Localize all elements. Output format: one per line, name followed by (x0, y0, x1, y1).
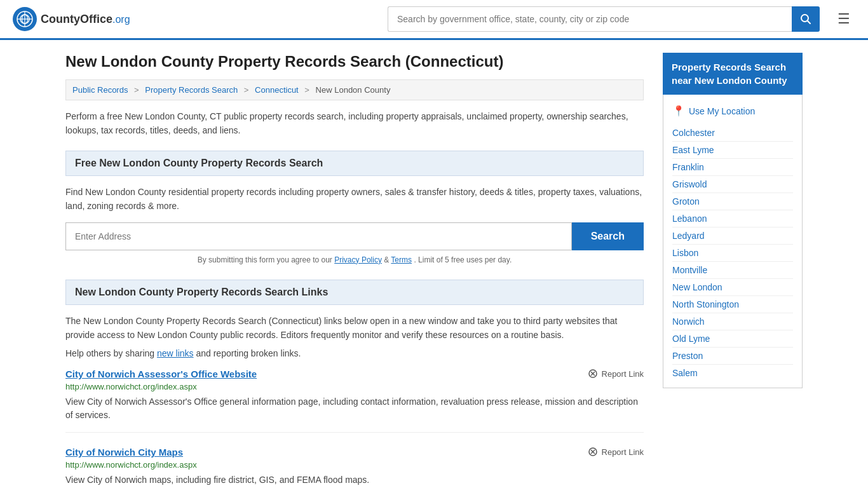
privacy-policy-link[interactable]: Privacy Policy (334, 255, 382, 264)
link-item-header-1: City of Norwich Assessor's Office Websit… (65, 369, 644, 379)
help-prefix: Help others by sharing (65, 348, 154, 358)
disclaimer-limit: . Limit of 5 free uses per day. (414, 255, 512, 264)
header-search-input[interactable] (388, 6, 792, 32)
header-search-button[interactable] (792, 6, 820, 32)
sidebar-city-link[interactable]: Ledyard (672, 227, 793, 245)
sidebar-city-link[interactable]: Lisbon (672, 245, 793, 262)
free-search-heading: Free New London County Property Records … (65, 151, 644, 176)
use-my-location-label: Use My Location (689, 106, 755, 116)
links-section-heading: New London County Property Records Searc… (65, 280, 644, 305)
links-description: The New London County Property Records S… (65, 314, 644, 342)
logo-text: CountyOffice.org (41, 13, 130, 26)
sidebar: Property Records Search near New London … (663, 53, 803, 488)
sidebar-cities-list: ColchesterEast LymeFranklinGriswoldGroto… (672, 125, 793, 381)
menu-button[interactable]: ☰ (832, 8, 855, 30)
free-search-description: Find New London County residential prope… (65, 185, 644, 214)
link-url-2: http://www.norwichct.org/index.aspx (65, 460, 644, 470)
report-label-1: Report Link (602, 369, 644, 379)
sidebar-city-link[interactable]: Griswold (672, 176, 793, 193)
disclaimer-text: By submitting this form you agree to our (198, 255, 332, 264)
search-button[interactable]: Search (572, 222, 644, 250)
breadcrumb-sep-3: > (304, 85, 309, 95)
sidebar-city-link[interactable]: East Lyme (672, 142, 793, 159)
sidebar-city-link[interactable]: Franklin (672, 159, 793, 176)
logo-icon (13, 7, 37, 31)
link-desc-2: View City of Norwich maps, including fir… (65, 473, 644, 487)
sidebar-city-link[interactable]: Old Lyme (672, 330, 793, 348)
logo[interactable]: CountyOffice.org (13, 7, 130, 31)
link-url-1: http://www.norwichct.org/index.aspx (65, 382, 644, 391)
link-item-2: City of Norwich City Maps Report Link ht… (65, 447, 644, 488)
location-pin-icon: 📍 (672, 105, 685, 117)
report-icon-1 (588, 369, 598, 379)
free-search-section: Free New London County Property Records … (65, 151, 644, 264)
link-desc-1: View City of Norwich Assessor's Office g… (65, 395, 644, 422)
breadcrumb-public-records[interactable]: Public Records (72, 85, 128, 95)
sidebar-city-link[interactable]: Norwich (672, 313, 793, 330)
breadcrumb-sep-1: > (134, 85, 139, 95)
sidebar-city-link[interactable]: Colchester (672, 125, 793, 142)
breadcrumb: Public Records > Property Records Search… (65, 79, 644, 100)
help-suffix: and reporting broken links. (196, 348, 301, 358)
link-item-header-2: City of Norwich City Maps Report Link (65, 447, 644, 458)
report-label-2: Report Link (602, 447, 644, 457)
report-link-button-2[interactable]: Report Link (588, 447, 644, 457)
sidebar-city-link[interactable]: Salem (672, 365, 793, 381)
link-title-2[interactable]: City of Norwich City Maps (65, 447, 183, 458)
link-item: City of Norwich Assessor's Office Websit… (65, 369, 644, 433)
logo-org: .org (112, 14, 130, 25)
sidebar-city-link[interactable]: Preston (672, 348, 793, 365)
address-search-form: Search (65, 222, 644, 250)
breadcrumb-property-records-search[interactable]: Property Records Search (145, 85, 238, 95)
breadcrumb-new-london-county: New London County (316, 85, 391, 95)
header-search-area (388, 6, 820, 32)
sidebar-header: Property Records Search near New London … (663, 53, 803, 95)
breadcrumb-sep-2: > (244, 85, 249, 95)
sidebar-city-link[interactable]: Lebanon (672, 210, 793, 227)
sidebar-content: 📍 Use My Location ColchesterEast LymeFra… (663, 95, 803, 388)
links-section: New London County Property Records Searc… (65, 280, 644, 488)
new-links-link[interactable]: new links (157, 348, 194, 358)
sidebar-city-link[interactable]: Montville (672, 262, 793, 279)
use-my-location-link[interactable]: 📍 Use My Location (672, 101, 793, 121)
sidebar-city-link[interactable]: New London (672, 279, 793, 296)
svg-line-6 (808, 21, 811, 24)
page-title: New London County Property Records Searc… (65, 53, 644, 71)
sidebar-city-link[interactable]: North Stonington (672, 296, 793, 313)
intro-text: Perform a free New London County, CT pub… (65, 109, 644, 138)
link-title-1[interactable]: City of Norwich Assessor's Office Websit… (65, 369, 257, 379)
disclaimer-and: & (384, 255, 391, 264)
report-icon-2 (588, 447, 598, 457)
hamburger-icon: ☰ (837, 11, 850, 27)
help-text: Help others by sharing new links and rep… (65, 348, 644, 358)
content-area: New London County Property Records Searc… (65, 53, 644, 488)
report-link-button-1[interactable]: Report Link (588, 369, 644, 379)
form-disclaimer: By submitting this form you agree to our… (65, 255, 644, 264)
address-input[interactable] (65, 222, 572, 250)
search-icon (800, 13, 811, 25)
breadcrumb-connecticut[interactable]: Connecticut (255, 85, 299, 95)
terms-link[interactable]: Terms (391, 255, 412, 264)
sidebar-city-link[interactable]: Groton (672, 193, 793, 210)
